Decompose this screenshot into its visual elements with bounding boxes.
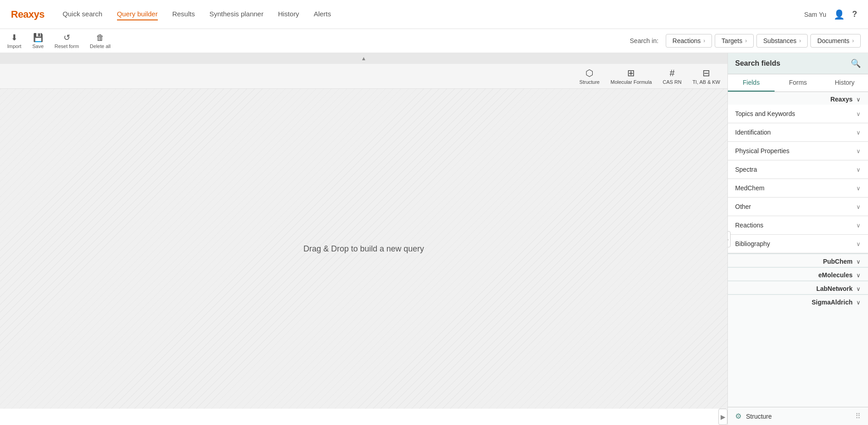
tool-icon: ⊟: [702, 68, 710, 78]
tool-label: Structure: [580, 79, 600, 85]
tool-icon: ⬡: [585, 68, 593, 78]
tool-cas-rn[interactable]: #CAS RN: [663, 68, 682, 85]
user-icon[interactable]: 👤: [834, 9, 845, 20]
canvas-area: ▲ ⬡Structure⊞Molecular Formula#CAS RN⊟TI…: [0, 53, 727, 425]
source-group-chevron[interactable]: ∨: [856, 272, 861, 279]
structure-label: Structure: [746, 413, 772, 420]
tool-ti,-ab-&-kw[interactable]: ⊟TI, AB & KW: [692, 68, 720, 85]
sidebar-toggle-container: ▶: [0, 409, 727, 425]
accordion-medchem: MedChem ∨: [728, 179, 868, 198]
search-in-label-text: Substances: [763, 37, 796, 44]
accordion-sections: Topics and Keywords ∨ Identification ∨ P…: [728, 105, 868, 253]
main-area: ▲ ⬡Structure⊞Molecular Formula#CAS RN⊟TI…: [0, 53, 868, 425]
accordion-bibliography: Bibliography ∨: [728, 235, 868, 253]
logo: Reaxys: [11, 9, 44, 20]
help-icon[interactable]: ?: [852, 10, 857, 19]
source-group-sigmaaldrich: SigmaAldrich ∨: [728, 294, 868, 308]
accordion-label: Identification: [735, 129, 771, 136]
accordion-chevron: ∨: [856, 166, 861, 173]
nav-item-results[interactable]: Results: [172, 8, 195, 20]
accordion-label: Spectra: [735, 166, 757, 173]
accordion-header-spectra[interactable]: Spectra ∨: [728, 160, 868, 179]
delete-all-button[interactable]: 🗑 Delete all: [90, 33, 111, 49]
structure-drag-handle[interactable]: ⠿: [855, 412, 861, 420]
source-group-chevron[interactable]: ∨: [856, 285, 861, 292]
reaxys-group-label: Reaxys: [830, 96, 853, 103]
search-fields-search-icon[interactable]: 🔍: [851, 58, 861, 68]
source-group-chevron[interactable]: ∨: [856, 258, 861, 265]
sidebar-toggle-button[interactable]: ▶: [718, 409, 727, 425]
reset-button[interactable]: ↺ Reset form: [54, 33, 79, 49]
tool-label: TI, AB & KW: [692, 79, 720, 85]
source-group-chevron[interactable]: ∨: [856, 299, 861, 306]
tool-molecular-formula[interactable]: ⊞Molecular Formula: [610, 68, 652, 85]
accordion-label: Other: [735, 203, 751, 210]
bottom-structure-row: ⚙ Structure ⠿: [728, 407, 868, 425]
tool-icons-row: ⬡Structure⊞Molecular Formula#CAS RN⊟TI, …: [0, 64, 727, 89]
sidebar-toggle-left[interactable]: ▶: [727, 231, 731, 247]
search-in-reactions[interactable]: Reactions›: [666, 34, 712, 48]
accordion-header-other[interactable]: Other ∨: [728, 198, 868, 216]
collapse-bar-top[interactable]: ▲: [0, 53, 727, 64]
accordion-label: Bibliography: [735, 240, 770, 247]
search-in-substances[interactable]: Substances›: [756, 34, 808, 48]
nav-item-history[interactable]: History: [278, 8, 299, 20]
accordion-topics-and-keywords: Topics and Keywords ∨: [728, 105, 868, 123]
search-in-chevron: ›: [703, 38, 705, 44]
search-in-chevron: ›: [852, 38, 854, 44]
nav-item-synthesis-planner[interactable]: Synthesis planner: [210, 8, 263, 20]
search-in-area: Search in: Reactions›Targets›Substances›…: [630, 34, 861, 48]
source-group-name: PubChem: [823, 258, 853, 265]
source-group-name: SigmaAldrich: [812, 299, 853, 306]
tool-label: Molecular Formula: [610, 79, 652, 85]
sidebar-collapse-left-icon: ▶: [727, 236, 729, 243]
save-button[interactable]: 💾 Save: [32, 33, 44, 49]
accordion-chevron: ∨: [856, 129, 861, 136]
source-group-pubchem: PubChem ∨: [728, 253, 868, 267]
collapse-arrow-up: ▲: [361, 55, 366, 62]
source-group-name: eMolecules: [819, 271, 853, 279]
tab-history[interactable]: History: [821, 74, 868, 92]
tool-icon: #: [670, 68, 675, 78]
search-in-targets[interactable]: Targets›: [715, 34, 754, 48]
accordion-reactions: Reactions ∨: [728, 216, 868, 235]
nav-item-alerts[interactable]: Alerts: [314, 8, 331, 20]
accordion-header-medchem[interactable]: MedChem ∨: [728, 179, 868, 197]
reaxys-group-chevron[interactable]: ∨: [856, 96, 861, 103]
search-fields-tabs: FieldsFormsHistory: [728, 74, 868, 92]
search-in-label-text: Documents: [817, 37, 849, 44]
accordion-chevron: ∨: [856, 148, 861, 155]
nav-item-quick-search[interactable]: Quick search: [63, 8, 102, 20]
accordion-other: Other ∨: [728, 198, 868, 216]
nav-item-query-builder[interactable]: Query builder: [117, 8, 158, 20]
accordion-chevron: ∨: [856, 185, 861, 192]
accordion-label: MedChem: [735, 184, 765, 192]
accordion-header-bibliography[interactable]: Bibliography ∨: [728, 235, 868, 253]
accordion-header-reactions[interactable]: Reactions ∨: [728, 216, 868, 234]
accordion-header-topics-and-keywords[interactable]: Topics and Keywords ∨: [728, 105, 868, 123]
tool-label: CAS RN: [663, 79, 682, 85]
accordion-label: Topics and Keywords: [735, 110, 795, 117]
tab-fields[interactable]: Fields: [728, 74, 775, 92]
search-in-label: Search in:: [630, 37, 658, 44]
import-icon: ⬇: [11, 33, 18, 43]
import-button[interactable]: ⬇ Import: [7, 33, 21, 49]
source-groups: PubChem ∨eMolecules ∨LabNetwork ∨SigmaAl…: [728, 253, 868, 308]
search-fields-header: Search fields 🔍: [728, 53, 868, 74]
accordion-header-physical-properties[interactable]: Physical Properties ∨: [728, 142, 868, 160]
drop-zone: Drag & Drop to build a new query: [0, 89, 727, 409]
reset-icon: ↺: [63, 33, 70, 43]
accordion-chevron: ∨: [856, 111, 861, 117]
accordion-header-identification[interactable]: Identification ∨: [728, 123, 868, 141]
save-icon: 💾: [33, 33, 43, 43]
sidebar-collapse-icon: ▶: [721, 413, 726, 420]
source-group-labnetwork: LabNetwork ∨: [728, 280, 868, 294]
search-in-chevron: ›: [799, 38, 801, 44]
accordion-identification: Identification ∨: [728, 123, 868, 142]
toolbar-left: ⬇ Import 💾 Save ↺ Reset form 🗑 Delete al…: [7, 33, 111, 49]
tab-forms[interactable]: Forms: [775, 74, 821, 92]
tool-structure[interactable]: ⬡Structure: [580, 68, 600, 85]
search-in-documents[interactable]: Documents›: [810, 34, 861, 48]
header: Reaxys Quick searchQuery builderResultsS…: [0, 0, 868, 29]
delete-icon: 🗑: [96, 33, 104, 43]
